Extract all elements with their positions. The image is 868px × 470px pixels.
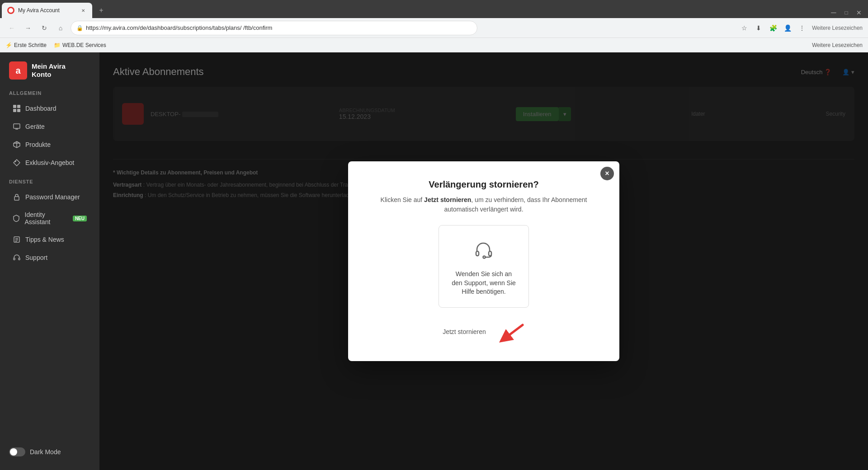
section-allgemein-label: ALLGEMEIN — [0, 90, 99, 99]
modal-overlay: × Verlängerung stornieren? Klicken Sie a… — [99, 52, 868, 470]
lock-icon — [13, 193, 21, 201]
sidebar-item-label: Geräte — [25, 123, 45, 130]
shield-icon — [13, 214, 20, 222]
address-bar[interactable]: 🔒 https://my.avira.com/de/dashboard/subs… — [71, 21, 477, 35]
svg-rect-4 — [14, 124, 20, 128]
svg-rect-15 — [14, 258, 15, 260]
browser-toolbar: ← → ↻ ⌂ 🔒 https://my.avira.com/de/dashbo… — [0, 18, 868, 38]
sidebar-item-label: Tipps & News — [25, 236, 64, 243]
sidebar-item-dashboard[interactable]: Dashboard — [4, 100, 96, 117]
svg-point-9 — [15, 161, 16, 162]
forward-button[interactable]: → — [22, 22, 34, 34]
sidebar-item-label: Support — [25, 254, 47, 261]
cancel-modal: × Verlängerung stornieren? Klicken Sie a… — [348, 161, 619, 361]
bookmarks-bar: ⚡ Erste Schritte 📁 WEB.DE Services Weite… — [0, 38, 868, 52]
menu-icon[interactable]: ⋮ — [796, 22, 808, 34]
home-button[interactable]: ⌂ — [54, 22, 67, 34]
sidebar-item-label: Dashboard — [25, 105, 57, 112]
bookmark-erste-schritte[interactable]: ⚡ Erste Schritte — [5, 42, 47, 48]
svg-rect-17 — [476, 251, 479, 256]
bookmark-label: Erste Schritte — [14, 42, 47, 48]
svg-rect-1 — [17, 105, 20, 108]
news-icon — [13, 235, 21, 244]
sidebar-item-identity-assistant[interactable]: Identity Assistant NEU — [4, 207, 96, 230]
minimize-button[interactable]: ─ — [828, 7, 839, 18]
sidebar-item-label: Identity Assistant — [25, 211, 68, 226]
bookmark-label: WEB.DE Services — [62, 42, 106, 48]
tab-title: My Avira Account — [18, 7, 60, 14]
more-bookmarks-button[interactable]: Weitere Lesezeichen — [812, 42, 863, 48]
sidebar-item-password-manager[interactable]: Password Manager — [4, 188, 96, 206]
box-icon — [13, 141, 21, 149]
sidebar: a Mein Avira Konto ALLGEMEIN Dashboard G… — [0, 52, 99, 470]
modal-close-button[interactable]: × — [600, 167, 614, 180]
monitor-icon — [13, 122, 21, 131]
main-content: Aktive Abonnements Deutsch ❓ 👤 ▾ — [99, 52, 868, 470]
maximize-button[interactable]: □ — [841, 7, 852, 18]
new-badge: NEU — [73, 216, 87, 221]
app-body: a Mein Avira Konto ALLGEMEIN Dashboard G… — [0, 52, 868, 470]
section-dienste-label: DIENSTE — [0, 179, 99, 188]
cancel-now-link[interactable]: Jetzt stornieren — [443, 328, 486, 335]
profile-icon[interactable]: 👤 — [781, 22, 794, 34]
browser-tab[interactable]: My Avira Account ✕ — [2, 3, 92, 18]
close-window-button[interactable]: ✕ — [854, 7, 864, 18]
grid-icon — [13, 104, 21, 113]
reload-button[interactable]: ↻ — [38, 22, 51, 34]
back-button[interactable]: ← — [5, 22, 18, 34]
sidebar-app-title: Mein Avira Konto — [32, 62, 66, 79]
sidebar-item-label: Produkte — [25, 141, 51, 148]
svg-rect-3 — [17, 109, 20, 112]
cancel-link-area: Jetzt stornieren — [366, 320, 601, 343]
browser-tab-strip: My Avira Account ✕ + ─ □ ✕ — [0, 0, 868, 18]
toolbar-right: ☆ ⬇ 🧩 👤 ⋮ Weitere Lesezeichen — [738, 22, 863, 34]
modal-title: Verlängerung stornieren? — [366, 179, 601, 190]
support-card: Wenden Sie sich an den Support, wenn Sie… — [439, 225, 529, 308]
avira-logo-letter: a — [15, 66, 20, 76]
dark-mode-label: Dark Mode — [30, 448, 61, 456]
support-headset-icon — [470, 236, 497, 263]
url-text: https://my.avira.com/de/dashboard/subscr… — [86, 24, 472, 31]
toggle-knob — [10, 448, 17, 456]
svg-rect-2 — [13, 109, 16, 112]
reading-list-button[interactable]: Weitere Lesezeichen — [812, 25, 863, 31]
toggle-switch[interactable] — [9, 447, 25, 456]
browser-frame: My Avira Account ✕ + ─ □ ✕ ← → ↻ ⌂ 🔒 htt… — [0, 0, 868, 470]
svg-point-19 — [483, 256, 486, 258]
bookmark-icon: ⚡ — [5, 42, 12, 48]
sidebar-item-tipps-news[interactable]: Tipps & News — [4, 231, 96, 248]
sidebar-item-label: Password Manager — [25, 193, 80, 201]
sidebar-item-exklusiv[interactable]: Exklusiv-Angebot — [4, 154, 96, 171]
sidebar-item-support[interactable]: Support — [4, 249, 96, 266]
red-arrow — [493, 320, 525, 343]
lock-icon: 🔒 — [76, 25, 83, 31]
bookmarks-icon[interactable]: ☆ — [738, 22, 750, 34]
tab-close-button[interactable]: ✕ — [80, 7, 87, 14]
bookmark-webde[interactable]: 📁 WEB.DE Services — [54, 42, 106, 48]
tab-favicon — [7, 7, 14, 14]
dark-mode-toggle[interactable]: Dark Mode — [0, 443, 99, 461]
download-icon[interactable]: ⬇ — [752, 22, 765, 34]
svg-rect-5 — [15, 129, 18, 130]
modal-subtitle: Klicken Sie auf Jetzt stornieren, um zu … — [366, 195, 601, 214]
extensions-icon[interactable]: 🧩 — [767, 22, 779, 34]
support-text: Wenden Sie sich an den Support, wenn Sie… — [450, 270, 518, 296]
svg-rect-0 — [13, 105, 16, 108]
headset-icon — [13, 254, 21, 262]
folder-icon: 📁 — [54, 42, 61, 48]
avira-logo: a — [9, 61, 27, 80]
sidebar-item-produkte[interactable]: Produkte — [4, 136, 96, 153]
sidebar-item-label: Exklusiv-Angebot — [25, 159, 74, 166]
sidebar-item-geraete[interactable]: Geräte — [4, 118, 96, 135]
svg-rect-10 — [14, 197, 19, 200]
tag-icon — [13, 159, 21, 167]
svg-rect-16 — [19, 258, 20, 260]
sidebar-logo-area: a Mein Avira Konto — [0, 61, 99, 90]
new-tab-button[interactable]: + — [94, 3, 108, 18]
